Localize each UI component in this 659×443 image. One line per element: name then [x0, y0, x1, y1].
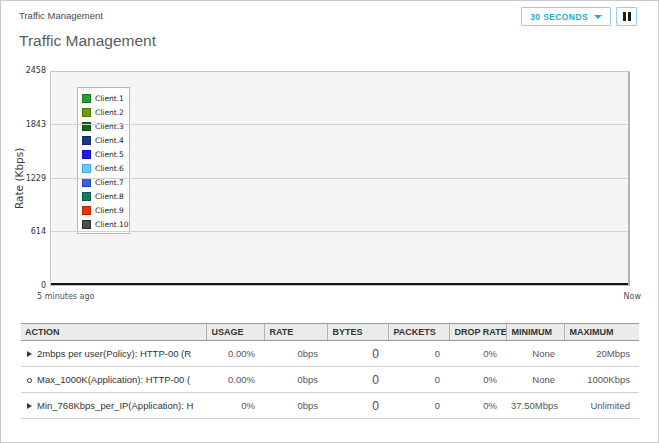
rate-cell: 0bps — [264, 367, 327, 393]
table-header: ACTIONUSAGERATEBYTESPACKETSDROP RATEMINI… — [21, 324, 639, 341]
legend-series-label: Client.5 — [95, 150, 124, 159]
legend-item: Client.1 — [82, 91, 125, 105]
legend-series-label: Client.4 — [95, 136, 124, 145]
x-axis-label-right: Now — [50, 292, 641, 301]
legend-color-swatch — [82, 94, 91, 103]
legend-series-label: Client.10 — [95, 220, 129, 229]
legend-item: Client.5 — [82, 147, 125, 161]
legend-series-label: Client.1 — [95, 94, 124, 103]
column-header-rate[interactable]: RATE — [264, 324, 327, 341]
action-label: 2mbps per user(Policy): HTTP-00 (R — [37, 348, 191, 359]
column-header-drop-rate[interactable]: DROP RATE — [449, 324, 506, 341]
y-tick-label: 0 — [1, 281, 46, 290]
legend-item: Client.8 — [82, 189, 125, 203]
column-header-minimum[interactable]: MINIMUM — [506, 324, 564, 341]
action-cell[interactable]: Min_768Kbps_per_IP(Application): H — [21, 393, 206, 419]
expand-triangle-icon[interactable] — [27, 351, 32, 357]
legend-item: Client.10 — [82, 217, 125, 231]
legend-series-label: Client.8 — [95, 192, 124, 201]
table-row[interactable]: 2mbps per user(Policy): HTTP-00 (R0.00%0… — [21, 341, 639, 367]
minimum-cell: 37.50Mbps — [506, 393, 564, 419]
minimum-cell: None — [506, 341, 564, 367]
y-tick-label: 2458 — [1, 66, 46, 75]
legend-item: Client.3 — [82, 119, 125, 133]
action-label: Min_768Kbps_per_IP(Application): H — [37, 400, 193, 411]
legend-series-label: Client.6 — [95, 164, 124, 173]
legend-item: Client.4 — [82, 133, 125, 147]
legend-color-swatch — [82, 220, 91, 229]
column-header-maximum[interactable]: MAXIMUM — [564, 324, 639, 341]
rate-cell: 0bps — [264, 393, 327, 419]
column-header-packets[interactable]: PACKETS — [388, 324, 449, 341]
action-label: Max_1000K(Application): HTTP-00 ( — [37, 374, 190, 385]
legend-item: Client.9 — [82, 203, 125, 217]
y-tick-label: 1843 — [1, 120, 46, 129]
gridline — [51, 178, 628, 179]
gridline — [51, 231, 628, 232]
legend-series-label: Client.3 — [95, 122, 124, 131]
gridline — [51, 124, 628, 125]
bytes-cell: 0 — [327, 341, 388, 367]
legend-series-label: Client.7 — [95, 178, 124, 187]
column-header-bytes[interactable]: BYTES — [327, 324, 388, 341]
minimum-cell: None — [506, 367, 564, 393]
usage-cell: 0.00% — [206, 341, 264, 367]
maximum-cell: Unlimited — [564, 393, 639, 419]
zero-rate-series-line — [51, 283, 628, 285]
bytes-cell: 0 — [327, 367, 388, 393]
rate-cell: 0bps — [264, 341, 327, 367]
legend-series-label: Client.2 — [95, 108, 124, 117]
legend-color-swatch — [82, 122, 91, 131]
chart-legend: Client.1Client.2Client.3Client.4Client.5… — [77, 87, 130, 234]
usage-cell: 0% — [206, 393, 264, 419]
y-tick-label: 614 — [1, 227, 46, 236]
plot-area: Client.1Client.2Client.3Client.4Client.5… — [50, 71, 630, 286]
legend-series-label: Client.9 — [95, 206, 124, 215]
packets-cell: 0 — [388, 367, 449, 393]
legend-color-swatch — [82, 150, 91, 159]
legend-color-swatch — [82, 136, 91, 145]
action-cell[interactable]: Max_1000K(Application): HTTP-00 ( — [21, 367, 206, 393]
drop-rate-cell: 0% — [449, 393, 506, 419]
packets-cell: 0 — [388, 393, 449, 419]
expand-triangle-icon[interactable] — [27, 403, 32, 409]
action-cell[interactable]: 2mbps per user(Policy): HTTP-00 (R — [21, 341, 206, 367]
packets-cell: 0 — [388, 341, 449, 367]
legend-color-swatch — [82, 108, 91, 117]
y-tick-label: 1229 — [1, 174, 46, 183]
chart: Rate (Kbps) Client.1Client.2Client.3Clie… — [1, 1, 659, 311]
drop-rate-cell: 0% — [449, 341, 506, 367]
legend-item: Client.2 — [82, 105, 125, 119]
traffic-management-page: Traffic Management 30 SECONDS Traffic Ma… — [0, 0, 659, 443]
drop-rate-cell: 0% — [449, 367, 506, 393]
usage-cell: 0.00% — [206, 367, 264, 393]
legend-color-swatch — [82, 192, 91, 201]
column-header-usage[interactable]: USAGE — [206, 324, 264, 341]
table-row[interactable]: Min_768Kbps_per_IP(Application): H0%0bps… — [21, 393, 639, 419]
expand-circle-icon[interactable] — [27, 378, 32, 383]
legend-color-swatch — [82, 164, 91, 173]
bytes-cell: 0 — [327, 393, 388, 419]
column-header-action[interactable]: ACTION — [21, 324, 206, 341]
table-row[interactable]: Max_1000K(Application): HTTP-00 (0.00%0b… — [21, 367, 639, 393]
legend-color-swatch — [82, 206, 91, 215]
legend-color-swatch — [82, 178, 91, 187]
traffic-actions-table: ACTIONUSAGERATEBYTESPACKETSDROP RATEMINI… — [21, 323, 639, 419]
maximum-cell: 20Mbps — [564, 341, 639, 367]
legend-item: Client.6 — [82, 161, 125, 175]
maximum-cell: 1000Kbps — [564, 367, 639, 393]
